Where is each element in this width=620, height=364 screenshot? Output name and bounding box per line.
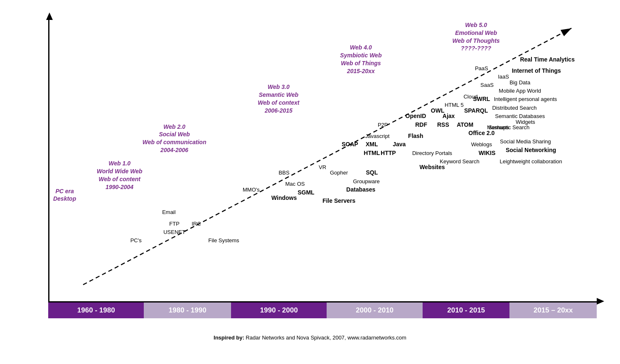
tech-label-39: Websites bbox=[419, 164, 445, 170]
timeline-bar: 1960 - 19801980 - 19901990 - 20002000 - … bbox=[48, 303, 597, 318]
tech-label-51: Email bbox=[162, 209, 176, 215]
era-label-4: Web 1.0World Wide WebWeb of content1990-… bbox=[97, 160, 143, 191]
era-label-3: Web 2.0Social WebWeb of communication200… bbox=[143, 123, 207, 155]
tech-label-6: Mobile App World bbox=[499, 88, 541, 94]
tech-label-50: File Servers bbox=[322, 197, 355, 204]
timeline-segment-1: 1980 - 1990 bbox=[144, 303, 231, 318]
tech-label-42: SQL bbox=[366, 169, 378, 176]
tech-label-40: VR bbox=[319, 164, 326, 170]
timeline-segment-4: 2010 - 2015 bbox=[423, 303, 510, 318]
tech-label-46: SGML bbox=[298, 189, 314, 196]
timeline-segment-0: 1960 - 1980 bbox=[48, 303, 144, 318]
tech-label-30: Java bbox=[393, 141, 406, 148]
tech-label-16: Ajax bbox=[443, 113, 455, 119]
tech-label-2: IaaS bbox=[498, 74, 509, 80]
tech-label-29: Social Networking bbox=[506, 147, 556, 153]
tech-label-53: IRC bbox=[192, 220, 201, 226]
tech-label-27: Weblogs bbox=[471, 141, 492, 148]
tech-label-19: Widgets bbox=[516, 118, 535, 125]
tech-label-12: SWRL bbox=[473, 96, 490, 102]
tech-label-9: HTML 5 bbox=[445, 102, 464, 108]
tech-label-0: Real Time Analytics bbox=[520, 56, 575, 63]
attribution: Inspired by: Radar Networks and Nova Spi… bbox=[15, 334, 605, 341]
tech-label-5: SaaS bbox=[480, 82, 494, 88]
tech-label-55: PC's bbox=[130, 237, 142, 243]
tech-label-8: Intelligent personal agents bbox=[494, 96, 557, 102]
tech-label-37: Keyword Search bbox=[440, 158, 479, 165]
tech-label-44: BBS bbox=[279, 170, 290, 176]
tech-label-45: Groupware bbox=[353, 178, 379, 184]
tech-label-10: Distributed Search bbox=[492, 104, 537, 111]
era-label-5: PC eraDesktop bbox=[53, 187, 76, 203]
tech-label-4: Big Data bbox=[509, 79, 530, 85]
tech-label-54: USENET bbox=[163, 229, 185, 235]
chart-wrapper: Inspired by: Radar Networks and Nova Spi… bbox=[15, 12, 605, 352]
tech-label-33: HTTP bbox=[381, 150, 396, 156]
tech-label-41: Gopher bbox=[330, 170, 348, 176]
tech-label-48: Windows bbox=[271, 194, 297, 201]
tech-label-56: File Systems bbox=[208, 237, 239, 243]
tech-label-15: SPARQL bbox=[464, 107, 488, 114]
tech-label-17: OpenID bbox=[406, 113, 426, 119]
tech-label-24: P2P bbox=[378, 121, 388, 128]
tech-label-1: Internet of Things bbox=[512, 67, 561, 74]
tech-label-52: FTP bbox=[169, 220, 180, 226]
timeline-segment-3: 2000 - 2010 bbox=[327, 303, 422, 318]
tech-label-38: Leightweight collaboration bbox=[499, 158, 562, 165]
tech-label-21: RSS bbox=[437, 121, 449, 128]
tech-label-3: PaaS bbox=[475, 65, 488, 71]
era-label-1: Web 4.0Symbiotic WebWeb of Things2015-20… bbox=[340, 44, 381, 75]
tech-label-34: HTML bbox=[364, 150, 380, 156]
tech-label-23: Office 2.0 bbox=[468, 130, 495, 136]
timeline-segment-2: 1990 - 2000 bbox=[231, 303, 327, 318]
tech-label-22: RDF bbox=[415, 121, 427, 128]
tech-label-25: Flash bbox=[408, 133, 423, 139]
tech-label-49: MMO's bbox=[243, 187, 260, 193]
tech-label-47: Databases bbox=[346, 186, 375, 193]
tech-label-35: Directory Portals bbox=[412, 150, 452, 156]
era-label-0: Web 5.0Emotional WebWeb of Thoughts????-… bbox=[453, 21, 500, 53]
tech-label-28: Social Media Sharing bbox=[500, 138, 551, 145]
tech-label-26: Javascript bbox=[365, 133, 390, 139]
tech-label-31: XML bbox=[366, 141, 378, 148]
tech-label-36: WIKIS bbox=[479, 150, 495, 156]
svg-line-1 bbox=[83, 28, 571, 285]
tech-label-20: ATOM bbox=[457, 121, 473, 128]
timeline-segment-5: 2015 – 20xx bbox=[509, 303, 597, 318]
tech-label-32: SOAP bbox=[342, 141, 358, 148]
era-label-2: Web 3.0Semantic WebWeb of context2006-20… bbox=[258, 84, 299, 115]
tech-label-43: Mac OS bbox=[285, 181, 305, 187]
